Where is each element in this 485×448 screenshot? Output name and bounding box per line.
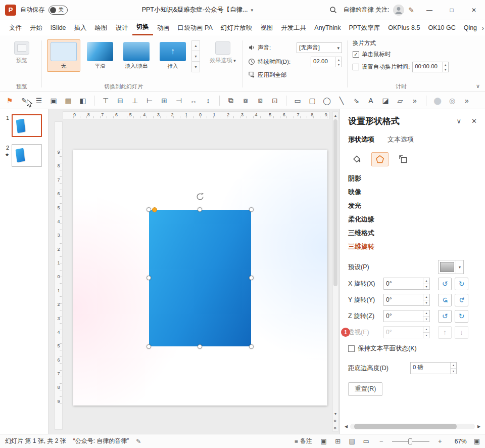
panel-section-三维格式[interactable]: 三维格式: [348, 226, 477, 240]
ribbon-tab-OK10 GC[interactable]: OK10 GC: [424, 20, 459, 35]
toolbar-ungroup-icon[interactable]: ⊡: [269, 95, 280, 107]
search-icon[interactable]: [327, 4, 340, 16]
panel-section-映像[interactable]: 映像: [348, 185, 477, 199]
transition-option-morph[interactable]: 平滑: [83, 39, 117, 72]
status-pen-icon[interactable]: ✎: [136, 438, 141, 445]
perspective-up-icon[interactable]: ↑: [438, 326, 452, 339]
rotate-y-down-icon[interactable]: ↻: [455, 294, 468, 306]
spin-up-icon[interactable]: ▴: [336, 57, 342, 62]
selected-rectangle-shape[interactable]: [149, 210, 251, 346]
ribbon-tab-PPT效率库[interactable]: PPT效率库: [345, 20, 384, 35]
auto-advance-label[interactable]: 设置自动换片时间:: [362, 63, 410, 71]
zoom-percent[interactable]: 67%: [451, 438, 467, 445]
panel-close-icon[interactable]: ✕: [471, 117, 477, 125]
toolbar-align-bottom-icon[interactable]: ⊥: [129, 95, 140, 107]
spinner-arrows[interactable]: ▴▾: [423, 327, 429, 338]
toolbar-ellipse-icon[interactable]: ◯: [321, 95, 332, 107]
more-tabs-chevron-icon[interactable]: ›: [481, 20, 485, 35]
scrollbar-thumb[interactable]: [333, 119, 337, 286]
adjust-handle[interactable]: [152, 207, 157, 212]
scroll-down-icon[interactable]: ▾: [333, 410, 338, 417]
transition-option-fade[interactable]: 淡入/淡出: [120, 39, 153, 72]
ribbon-tab-Qing[interactable]: Qing: [460, 20, 481, 35]
autosave-toggle[interactable]: 关: [48, 6, 68, 15]
ribbon-tab-幻灯片放映[interactable]: 幻灯片放映: [217, 20, 257, 35]
ink-pen-icon[interactable]: ✎: [408, 6, 414, 14]
ribbon-tab-开始[interactable]: 开始: [26, 20, 46, 35]
panel-collapse-icon[interactable]: ∨: [457, 117, 462, 125]
spin-down-icon[interactable]: ▾: [443, 67, 448, 72]
toolbar-shape-style-ring-icon[interactable]: ◎: [447, 95, 458, 107]
toolbar-send-backward-icon[interactable]: ⧇: [240, 95, 251, 107]
toolbar-distribute-horizontal-icon[interactable]: ↔: [188, 95, 199, 107]
rotation-input-perspective[interactable]: 0°▴▾: [383, 326, 430, 338]
sound-select[interactable]: [无声音] ▾: [297, 42, 342, 53]
toolbar-format-painter-icon[interactable]: ◧: [77, 95, 88, 107]
resize-handle-bottom-middle[interactable]: [198, 344, 202, 349]
toolbar-placeholder-icon[interactable]: ▣: [48, 95, 59, 107]
panel-horizontal-scrollbar[interactable]: ◀ ▶: [343, 423, 482, 430]
toolbar-more-styles-icon[interactable]: »: [461, 95, 472, 107]
panel-section-阴影[interactable]: 阴影: [348, 171, 477, 185]
keep-text-flat-checkbox[interactable]: [348, 345, 355, 352]
transition-option-none[interactable]: 无: [47, 39, 80, 72]
toolbar-align-left-icon[interactable]: ⊢: [144, 95, 155, 107]
scrollbar-track[interactable]: [350, 424, 475, 429]
duration-input[interactable]: 02.00 ▴ ▾: [311, 57, 342, 67]
fit-to-window-icon[interactable]: ▣: [474, 437, 480, 445]
toolbar-edit-shape-icon[interactable]: ✎: [19, 95, 30, 107]
scroll-left-icon[interactable]: ◀: [343, 424, 349, 429]
spinner-arrows[interactable]: ▴▾: [423, 278, 429, 289]
toolbar-bring-forward-icon[interactable]: ⧉: [225, 95, 236, 107]
scrollbar-thumb[interactable]: [354, 424, 457, 429]
ribbon-tab-插入[interactable]: 插入: [70, 20, 91, 35]
zoom-out-button[interactable]: −: [378, 437, 385, 445]
toolbar-align-middle-icon[interactable]: ⊟: [115, 95, 126, 107]
gallery-scroll-up-icon[interactable]: ▴: [191, 40, 200, 51]
spin-up-icon[interactable]: ▴: [443, 62, 448, 67]
gallery-more-icon[interactable]: ▾: [191, 62, 200, 72]
resize-handle-top-right[interactable]: [249, 207, 254, 212]
apply-to-all-label[interactable]: 应用到全部: [258, 71, 287, 79]
zoom-in-button[interactable]: +: [437, 437, 444, 445]
previous-slide-button[interactable]: «: [333, 417, 338, 424]
spinner-arrows[interactable]: ▴ ▾: [450, 363, 456, 374]
account-text[interactable]: 自律的音律 关注:: [344, 6, 390, 14]
spin-up-icon[interactable]: ▴: [423, 327, 429, 333]
minimize-button[interactable]: —: [418, 0, 441, 20]
ribbon-tab-切换[interactable]: 切换: [132, 20, 153, 35]
rotation-input-x[interactable]: 0°▴▾: [383, 278, 430, 290]
spin-down-icon[interactable]: ▾: [423, 317, 429, 322]
perspective-down-icon[interactable]: ↓: [455, 326, 468, 339]
toolbar-more-shapes-icon[interactable]: »: [409, 95, 420, 107]
on-click-checkbox[interactable]: [353, 51, 359, 58]
toolbar-rounded-rectangle-icon[interactable]: ▢: [307, 95, 318, 107]
toolbar-rows-layout-icon[interactable]: ☰: [33, 95, 44, 107]
reset-button[interactable]: 重置(R): [348, 382, 382, 396]
ribbon-tab-开发工具[interactable]: 开发工具: [277, 20, 310, 35]
spin-down-icon[interactable]: ▾: [336, 62, 342, 67]
panel-tab-文本选项[interactable]: 文本选项: [387, 135, 414, 146]
ribbon-tab-视图[interactable]: 视图: [256, 20, 277, 35]
panel-section-三维旋转[interactable]: 三维旋转: [348, 240, 477, 253]
notes-button[interactable]: ≡ 备注: [295, 437, 312, 445]
resize-handle-middle-right[interactable]: [249, 276, 254, 280]
slideshow-view-icon[interactable]: ▭: [362, 437, 371, 445]
scroll-right-icon[interactable]: ▶: [476, 424, 482, 429]
powerpoint-logo-icon[interactable]: P: [5, 5, 16, 16]
rotate-z-ccw-icon[interactable]: ↺: [438, 310, 452, 323]
toolbar-shape-outline-icon[interactable]: ▱: [395, 95, 406, 107]
spin-up-icon[interactable]: ▴: [423, 278, 429, 284]
toolbar-shape-style-light-icon[interactable]: ⬤: [432, 95, 443, 107]
keep-text-flat-label[interactable]: 保持文本平面状态(K): [358, 344, 417, 353]
slide-sorter-view-icon[interactable]: ⊞: [333, 437, 343, 445]
toolbar-rectangle-icon[interactable]: ▭: [292, 95, 303, 107]
zoom-slider[interactable]: [392, 438, 429, 445]
rotate-z-cw-icon[interactable]: ↻: [455, 310, 468, 323]
rotate-y-up-icon[interactable]: ↺: [438, 294, 452, 306]
rotation-input-z[interactable]: 0°▴▾: [383, 310, 430, 322]
panel-section-发光[interactable]: 发光: [348, 199, 477, 212]
slide-thumbnail-2[interactable]: 2★: [3, 144, 45, 167]
resize-handle-middle-left[interactable]: [147, 276, 151, 280]
ribbon-tab-AnyThink[interactable]: AnyThink: [310, 20, 345, 35]
